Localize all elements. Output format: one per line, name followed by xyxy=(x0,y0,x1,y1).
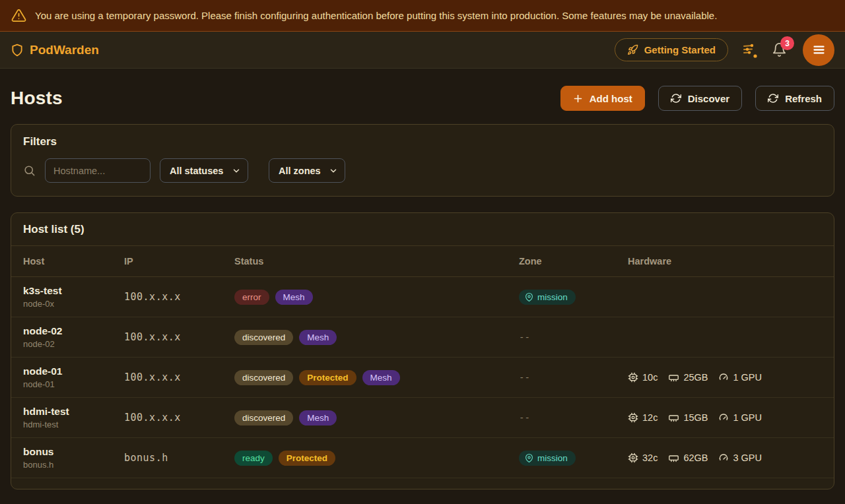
status-badge-discovered: discovered xyxy=(234,370,293,385)
host-name: node-02 xyxy=(23,325,124,337)
discover-button[interactable]: Discover xyxy=(658,86,742,111)
host-name: k3s-test xyxy=(23,285,124,297)
host-subtitle: bonus.h xyxy=(23,460,124,470)
zone-empty: -- xyxy=(519,412,530,423)
memory-icon xyxy=(668,453,679,464)
zone-label: mission xyxy=(537,453,568,463)
hardware-item: 1 GPU xyxy=(718,372,762,383)
warning-triangle-icon xyxy=(11,8,26,23)
zone-label: mission xyxy=(537,292,568,302)
host-cell: hdmi-testhdmi-test xyxy=(23,406,124,429)
table-row[interactable]: bonusbonus.hbonus.hreadyProtectedmission… xyxy=(11,438,834,478)
column-header-host: Host xyxy=(23,256,124,267)
host-ip: 100.x.x.x xyxy=(124,331,234,343)
map-pin-icon xyxy=(525,454,533,462)
status-cell: errorMesh xyxy=(234,290,519,305)
gpu-gauge-icon xyxy=(718,412,729,423)
hardware-value: 62GB xyxy=(683,453,708,463)
hardware-item: 32c xyxy=(628,453,658,463)
zone-cell: -- xyxy=(519,412,628,424)
table-header-row: Host IP Status Zone Hardware xyxy=(11,246,834,277)
menu-button[interactable] xyxy=(803,34,834,66)
cpu-icon xyxy=(628,412,638,423)
status-badge-protected: Protected xyxy=(279,451,335,466)
host-cell: k3s-testnode-0x xyxy=(23,285,124,309)
hardware-cell: 32c62GB3 GPU xyxy=(628,453,822,464)
host-name: bonus xyxy=(23,446,124,458)
page-title: Hosts xyxy=(11,88,63,109)
refresh-icon xyxy=(671,93,681,104)
memory-icon xyxy=(668,372,679,383)
hardware-item: 10c xyxy=(628,372,658,383)
host-name: node-01 xyxy=(23,365,124,377)
zone-empty: -- xyxy=(519,372,530,383)
host-ip: 100.x.x.x xyxy=(124,412,234,424)
host-subtitle: node-0x xyxy=(23,299,124,309)
status-badge-ready: ready xyxy=(234,451,273,466)
table-row[interactable]: node-01node-01100.x.x.xdiscoveredProtect… xyxy=(11,358,834,398)
getting-started-label: Getting Started xyxy=(644,44,716,55)
hardware-value: 1 GPU xyxy=(733,372,762,383)
shield-icon xyxy=(11,43,24,57)
host-subtitle: node-02 xyxy=(23,339,124,349)
table-row[interactable]: hdmi-testhdmi-test100.x.x.xdiscoveredMes… xyxy=(11,398,834,438)
memory-icon xyxy=(668,412,679,424)
refresh-icon xyxy=(768,93,778,104)
filters-row: All statuses All zones xyxy=(23,158,822,183)
status-select-wrap: All statuses xyxy=(160,158,248,183)
search-icon xyxy=(23,164,36,177)
refresh-button[interactable]: Refresh xyxy=(755,86,834,111)
refresh-label: Refresh xyxy=(785,93,822,104)
host-subtitle: hdmi-test xyxy=(23,420,124,429)
hostname-search-input[interactable] xyxy=(45,158,151,183)
column-header-status: Status xyxy=(234,256,519,267)
hardware-item: 25GB xyxy=(668,372,708,383)
status-cell: readyProtected xyxy=(234,451,519,466)
hamburger-icon xyxy=(812,43,826,57)
host-cell: node-01node-01 xyxy=(23,365,124,389)
brand-name: PodWarden xyxy=(30,43,99,57)
zone-badge: mission xyxy=(519,451,576,466)
zone-filter-select[interactable]: All zones xyxy=(269,158,345,183)
plus-icon xyxy=(573,94,583,104)
temporary-password-banner: You are using a temporary password. Plea… xyxy=(0,0,845,32)
table-row[interactable]: k3s-testnode-0x100.x.x.xerrorMeshmission xyxy=(11,277,834,317)
hardware-value: 15GB xyxy=(683,412,708,423)
table-row[interactable]: node-02node-02100.x.x.xdiscoveredMesh-- xyxy=(11,317,834,358)
add-host-label: Add host xyxy=(590,93,632,104)
main-content: Hosts Add host Discover xyxy=(0,86,845,489)
status-badge-mesh: Mesh xyxy=(299,330,337,345)
hardware-cell: 12c15GB1 GPU xyxy=(628,412,822,424)
status-badge-discovered: discovered xyxy=(234,330,293,345)
host-cell: node-02node-02 xyxy=(23,325,124,349)
status-badge-error: error xyxy=(234,290,269,305)
host-ip: 100.x.x.x xyxy=(124,371,234,383)
zone-cell: mission xyxy=(519,290,628,305)
hardware-value: 3 GPU xyxy=(733,453,762,463)
hardware-cell: 10c25GB1 GPU xyxy=(628,372,822,383)
getting-started-button[interactable]: Getting Started xyxy=(615,38,728,61)
cpu-icon xyxy=(628,453,638,463)
brand[interactable]: PodWarden xyxy=(11,43,99,57)
status-cell: discoveredProtectedMesh xyxy=(234,370,519,385)
host-cell: bonusbonus.h xyxy=(23,446,124,470)
hardware-value: 10c xyxy=(642,372,658,383)
host-ip: bonus.h xyxy=(124,452,234,464)
sliders-icon[interactable] xyxy=(741,42,759,59)
banner-text: You are using a temporary password. Plea… xyxy=(35,10,717,21)
hardware-value: 12c xyxy=(642,412,658,423)
status-badge-mesh: Mesh xyxy=(299,410,337,425)
hardware-value: 1 GPU xyxy=(733,412,762,423)
status-filter-select[interactable]: All statuses xyxy=(160,158,248,183)
status-badge-mesh: Mesh xyxy=(275,290,313,305)
status-badge-mesh: Mesh xyxy=(362,370,400,385)
cpu-icon xyxy=(628,372,638,383)
zone-cell: -- xyxy=(519,331,628,343)
status-badge-protected: Protected xyxy=(299,370,356,385)
hardware-item: 3 GPU xyxy=(718,453,762,463)
hardware-item: 62GB xyxy=(668,453,708,464)
notifications-bell[interactable]: 3 xyxy=(772,42,787,57)
add-host-button[interactable]: Add host xyxy=(560,86,645,111)
zone-select-wrap: All zones xyxy=(269,158,345,183)
hardware-item: 1 GPU xyxy=(718,412,762,423)
